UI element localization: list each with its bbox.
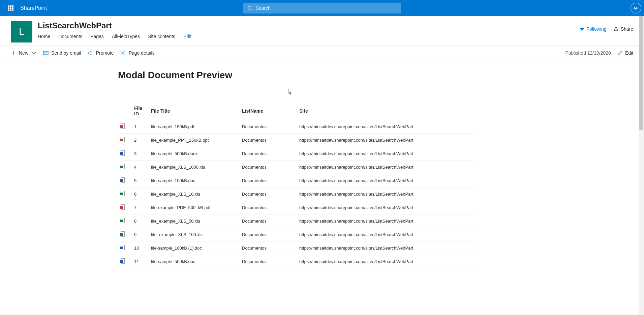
brand-label[interactable]: SharePoint [20,5,47,11]
suite-bar: SharePoint AP [0,0,644,16]
table-row[interactable]: 2file_example_PPT_250kB.pptDocumentoshtt… [118,134,476,147]
app-launcher-button[interactable] [3,0,19,16]
cell-file-title[interactable]: file-sample_150kB.pdf [148,120,239,134]
cell-site[interactable]: https://minsaitdev.sharepoint.com/sites/… [297,147,476,161]
cell-icon [118,134,131,147]
th-site[interactable]: Site [297,102,476,120]
scrollbar-thumb[interactable] [639,16,643,130]
search-input[interactable] [256,5,397,11]
nav-allfieldtypes[interactable]: AllFieldTypes [112,32,140,40]
table-row[interactable]: 10file-sample_100kB (1).docDocumentoshtt… [118,241,476,255]
cell-site[interactable]: https://minsaitdev.sharepoint.com/sites/… [297,241,476,255]
follow-button[interactable]: Following [579,26,607,32]
cell-site[interactable]: https://minsaitdev.sharepoint.com/sites/… [297,228,476,241]
site-logo[interactable]: L [11,21,32,42]
cell-file-title[interactable]: file-sample_100kB (1).doc [148,241,239,255]
cell-file-id: 4 [131,161,148,174]
cell-site[interactable]: https://minsaitdev.sharepoint.com/sites/… [297,161,476,174]
cell-file-title[interactable]: file-sample_500kB.doc [148,255,239,268]
cell-file-title[interactable]: file_example_PPT_250kB.ppt [148,134,239,147]
table-row[interactable]: 3file-sample_500kB.docxDocumentoshttps:/… [118,147,476,161]
scrollbar[interactable] [639,16,644,282]
cell-list-name: Documentos [239,188,297,201]
table-row[interactable]: 8file_example_XLS_50.xlsDocumentoshttps:… [118,214,476,228]
star-icon [579,26,585,32]
cell-site[interactable]: https://minsaitdev.sharepoint.com/sites/… [297,201,476,214]
plus-icon [11,50,16,56]
cmd-edit-label: Edit [625,50,633,56]
cmd-new[interactable]: New [11,50,36,56]
th-icon[interactable] [118,102,131,120]
cmd-promote[interactable]: Promote [88,50,114,56]
cell-file-title[interactable]: file_example_XLS_100.xls [148,228,239,241]
follow-label: Following [587,26,607,32]
table-row[interactable]: 6file_example_XLS_10.xlsDocumentoshttps:… [118,188,476,201]
cmd-send-email-label: Send by email [51,50,81,56]
cell-site[interactable]: https://minsaitdev.sharepoint.com/sites/… [297,188,476,201]
cell-icon [118,147,131,161]
table-row[interactable]: 4file_example_XLS_1000.xlsDocumentoshttp… [118,161,476,174]
cell-file-title[interactable]: file-sample_500kB.docx [148,147,239,161]
cell-site[interactable]: https://minsaitdev.sharepoint.com/sites/… [297,255,476,268]
nav-home[interactable]: Home [38,32,50,40]
doc-file-icon [121,245,126,250]
cell-file-id: 6 [131,188,148,201]
table-row[interactable]: 5file-sample_100kB.docDocumentoshttps://… [118,174,476,188]
cmd-page-details-label: Page details [129,50,155,56]
cell-list-name: Documentos [239,120,297,134]
cell-file-title[interactable]: file_example_XLS_1000.xls [148,161,239,174]
nav-pages[interactable]: Pages [90,32,104,40]
cell-site[interactable]: https://minsaitdev.sharepoint.com/sites/… [297,134,476,147]
cell-list-name: Documentos [239,241,297,255]
cell-file-id: 11 [131,255,148,268]
cell-file-id: 5 [131,174,148,188]
cell-file-id: 10 [131,241,148,255]
cell-icon [118,188,131,201]
chevron-down-icon [31,50,36,56]
cell-icon [118,241,131,255]
share-button[interactable]: Share [613,26,633,32]
cell-file-title[interactable]: file_example_XLS_50.xls [148,214,239,228]
nav-site-contents[interactable]: Site contents [148,32,175,40]
cell-site[interactable]: https://minsaitdev.sharepoint.com/sites/… [297,174,476,188]
cell-icon [118,201,131,214]
cell-file-id: 7 [131,201,148,214]
cell-file-id: 9 [131,228,148,241]
cell-file-id: 2 [131,134,148,147]
cell-list-name: Documentos [239,134,297,147]
cmd-page-details[interactable]: Page details [121,50,155,56]
table-row[interactable]: 11file-sample_500kB.docDocumentoshttps:/… [118,255,476,268]
avatar[interactable]: AP [631,3,641,13]
cell-list-name: Documentos [239,214,297,228]
cell-icon [118,174,131,188]
cell-list-name: Documentos [239,255,297,268]
th-file-title[interactable]: File Title [148,102,239,120]
cell-file-title[interactable]: file-example_PDF_500_kB.pdf [148,201,239,214]
th-file-id[interactable]: File ID [131,102,148,120]
search-box[interactable] [243,3,401,13]
cell-file-title[interactable]: file_example_XLS_10.xls [148,188,239,201]
document-table: File ID File Title ListName Site 1file-s… [118,102,476,268]
cell-site[interactable]: https://minsaitdev.sharepoint.com/sites/… [297,120,476,134]
svg-line-1 [251,9,252,10]
cell-icon [118,214,131,228]
xls-file-icon [121,218,126,223]
nav-documents[interactable]: Documents [58,32,82,40]
doc-file-icon [121,258,126,264]
ppt-file-icon [121,137,126,142]
cell-file-title[interactable]: file-sample_100kB.doc [148,174,239,188]
cmd-send-email[interactable]: Send by email [43,50,81,56]
table-row[interactable]: 1file-sample_150kB.pdfDocumentoshttps://… [118,120,476,134]
cell-site[interactable]: https://minsaitdev.sharepoint.com/sites/… [297,214,476,228]
table-row[interactable]: 7file-example_PDF_500_kB.pdfDocumentosht… [118,201,476,214]
svg-point-6 [122,52,124,54]
cell-list-name: Documentos [239,174,297,188]
table-row[interactable]: 9file_example_XLS_100.xlsDocumentoshttps… [118,228,476,241]
published-info: Published 12/19/2020 [565,50,611,56]
cmd-edit[interactable]: Edit [618,50,633,56]
nav-edit[interactable]: Edit [183,32,191,40]
th-list-name[interactable]: ListName [239,102,297,120]
page-title: Modal Document Preview [118,70,427,81]
cell-file-id: 3 [131,147,148,161]
site-title[interactable]: ListSearchWebPart [38,21,579,30]
